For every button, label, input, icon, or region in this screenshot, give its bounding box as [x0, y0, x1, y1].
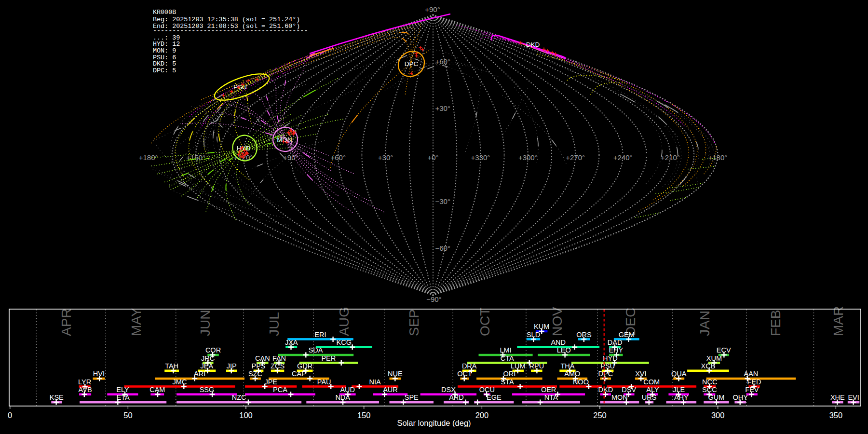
svg-text:SEP: SEP — [407, 309, 421, 336]
svg-text:DKD: DKD — [526, 41, 540, 48]
svg-text:CTA: CTA — [501, 354, 514, 362]
svg-text:350: 350 — [829, 411, 843, 420]
svg-text:MON: MON — [611, 393, 628, 401]
svg-text:+210°: +210° — [661, 153, 680, 162]
svg-text:MAR: MAR — [831, 306, 846, 336]
svg-text:+240°: +240° — [613, 153, 633, 162]
svg-text:+180°: +180° — [708, 153, 728, 162]
svg-text:LUM: LUM — [511, 362, 526, 370]
svg-text:OER: OER — [541, 386, 556, 393]
svg-text:NOO: NOO — [573, 378, 589, 386]
svg-text:−30°: −30° — [435, 197, 450, 205]
svg-text:LEO: LEO — [557, 346, 571, 354]
svg-text:+60°: +60° — [330, 153, 345, 162]
svg-text:ALY: ALY — [646, 386, 659, 393]
svg-text:CAP: CAP — [292, 370, 306, 378]
svg-text:DRA: DRA — [462, 362, 477, 370]
svg-text:COM: COM — [643, 378, 660, 386]
svg-text:LMI: LMI — [500, 346, 511, 354]
svg-text:+330°: +330° — [471, 153, 490, 162]
svg-text:SDA: SDA — [309, 346, 323, 354]
svg-text:AVB: AVB — [79, 386, 92, 393]
svg-text:0: 0 — [8, 411, 12, 420]
svg-text:NZC: NZC — [232, 393, 246, 401]
svg-text:SSG: SSG — [200, 386, 215, 393]
svg-text:JEA: JEA — [201, 362, 214, 370]
svg-text:AUD: AUD — [340, 386, 355, 393]
svg-text:50: 50 — [123, 411, 132, 420]
svg-text:OCT: OCT — [477, 308, 492, 336]
svg-text:ETA: ETA — [117, 393, 130, 401]
svg-text:FEB: FEB — [768, 310, 783, 336]
svg-text:DPC: DPC — [405, 60, 419, 68]
svg-text:QUA: QUA — [671, 370, 687, 378]
svg-text:250: 250 — [593, 411, 607, 420]
svg-text:+300°: +300° — [518, 153, 538, 162]
svg-text:STA: STA — [501, 378, 514, 386]
svg-text:SCC: SCC — [702, 386, 717, 393]
svg-text:DSV: DSV — [622, 386, 636, 393]
svg-text:200: 200 — [475, 411, 489, 420]
svg-text:AND: AND — [551, 339, 566, 346]
svg-text:NTA: NTA — [544, 393, 558, 401]
svg-text:NDA: NDA — [335, 393, 350, 401]
svg-text:−60°: −60° — [435, 244, 450, 252]
svg-text:+30°: +30° — [378, 153, 393, 162]
svg-text:PPS: PPS — [251, 362, 265, 370]
svg-text:FAN: FAN — [272, 354, 286, 362]
svg-text:JAN: JAN — [697, 311, 712, 336]
svg-text:PCA: PCA — [273, 386, 287, 393]
svg-text:SLD: SLD — [527, 331, 540, 339]
svg-text:+30°: +30° — [435, 104, 450, 112]
svg-text:KR000B: KR000B — [153, 9, 176, 16]
svg-text:AUG: AUG — [337, 307, 352, 336]
svg-text:NOV: NOV — [550, 307, 565, 336]
svg-text:HVI: HVI — [93, 370, 105, 378]
svg-text:FED: FED — [747, 378, 761, 386]
svg-text:EVI: EVI — [848, 393, 859, 401]
svg-text:PSU: PSU — [233, 83, 247, 91]
svg-text:XVI: XVI — [635, 370, 646, 378]
svg-text:TAH: TAH — [165, 362, 178, 370]
svg-text:ARI: ARI — [194, 370, 205, 378]
svg-text:ARD: ARD — [449, 393, 464, 401]
svg-text:Beg: 20251203 12:35:38 (sol =: Beg: 20251203 12:35:38 (sol = 251.24°) — [153, 16, 300, 23]
svg-text:AHY: AHY — [674, 393, 689, 401]
svg-text:JUN: JUN — [198, 310, 213, 336]
svg-text:JLE: JLE — [673, 386, 685, 393]
svg-text:JPE: JPE — [264, 378, 277, 386]
svg-text:AMO: AMO — [564, 370, 580, 378]
svg-text:ELY: ELY — [116, 386, 129, 393]
svg-text:NCC: NCC — [702, 378, 717, 386]
svg-text:PSU: PSU — [600, 362, 615, 370]
svg-text:Solar longitude (deg): Solar longitude (deg) — [397, 419, 471, 427]
svg-text:DPC: DPC — [598, 370, 613, 378]
svg-text:PER: PER — [321, 354, 336, 362]
svg-text:JXA: JXA — [285, 339, 298, 346]
svg-text:KUM: KUM — [534, 323, 549, 330]
svg-text:OHY: OHY — [732, 393, 748, 401]
svg-text:GEM: GEM — [619, 331, 635, 339]
svg-text:CAM: CAM — [149, 386, 165, 393]
svg-text:EGE: EGE — [487, 393, 502, 401]
svg-text:XCB: XCB — [701, 362, 715, 370]
svg-text:XUM: XUM — [706, 354, 722, 362]
svg-text:DPC: 5: DPC: 5 — [153, 67, 176, 74]
svg-text:DKD: DKD — [598, 386, 613, 393]
svg-text:SZC: SZC — [248, 370, 262, 378]
svg-text:AAN: AAN — [744, 370, 758, 378]
svg-text:ORS: ORS — [576, 331, 591, 339]
svg-text:HYD: HYD — [603, 354, 618, 362]
svg-text:+60°: +60° — [435, 57, 450, 66]
svg-text:ECV: ECV — [717, 346, 731, 354]
svg-text:KSE: KSE — [50, 393, 64, 401]
svg-text:100: 100 — [239, 411, 253, 420]
svg-text:NUE: NUE — [388, 370, 403, 378]
svg-text:ZCS: ZCS — [271, 362, 285, 370]
svg-text:GUM: GUM — [708, 393, 725, 401]
svg-text:JRC: JRC — [201, 354, 215, 362]
svg-text:URS: URS — [642, 393, 657, 401]
svg-text:------------------------------: ---------------------------------------- — [153, 27, 308, 34]
svg-text:DAD: DAD — [608, 339, 623, 346]
svg-text:MAY: MAY — [129, 308, 144, 336]
